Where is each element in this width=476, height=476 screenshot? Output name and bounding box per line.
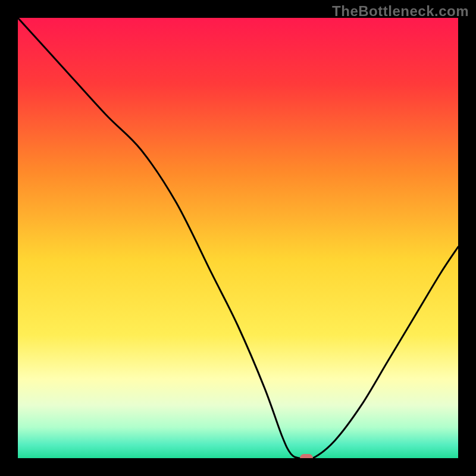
plot-area [18,18,458,458]
watermark-text: TheBottleneck.com [332,3,469,20]
optimal-point-marker [300,454,313,458]
bottleneck-curve [18,18,458,458]
chart-frame: TheBottleneck.com [0,0,476,476]
